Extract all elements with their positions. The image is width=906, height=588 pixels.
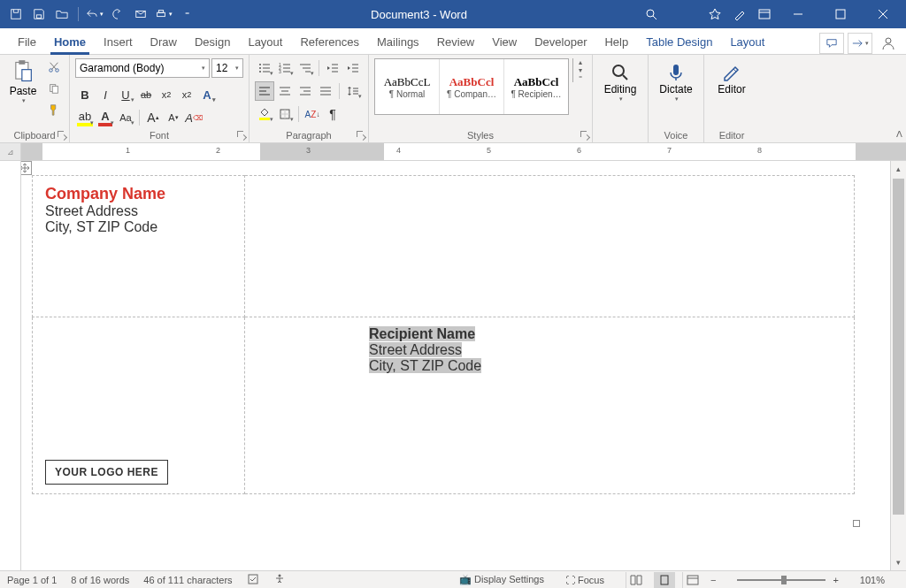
- zoom-out-button[interactable]: −: [710, 575, 716, 585]
- format-painter-icon[interactable]: [44, 101, 64, 118]
- styles-launcher-icon[interactable]: [580, 131, 589, 140]
- tab-table-design[interactable]: Table Design: [637, 30, 721, 54]
- web-layout-icon[interactable]: [682, 572, 703, 588]
- zoom-slider[interactable]: [737, 579, 825, 581]
- recipient-cell[interactable]: Recipient Name Street Address City, ST Z…: [245, 317, 855, 494]
- status-proofing-icon[interactable]: [247, 573, 259, 587]
- horizontal-ruler[interactable]: 1 2 3 4 5 6 7 8: [21, 143, 906, 160]
- status-words[interactable]: 8 of 16 words: [71, 575, 129, 585]
- tab-layout[interactable]: Layout: [239, 30, 291, 54]
- logo-placeholder[interactable]: YOUR LOGO HERE: [45, 460, 168, 485]
- paste-button[interactable]: Paste ▾: [5, 58, 41, 104]
- clipboard-launcher-icon[interactable]: [58, 131, 66, 140]
- scroll-thumb[interactable]: [893, 179, 904, 515]
- font-color-icon[interactable]: A: [96, 108, 115, 127]
- clear-format-icon[interactable]: A⌫: [184, 108, 203, 127]
- gallery-up-icon[interactable]: ▴: [573, 58, 587, 66]
- display-settings-button[interactable]: 📺 Display Settings: [459, 574, 544, 585]
- logo-cell[interactable]: YOUR LOGO HERE: [33, 317, 245, 494]
- sender-street[interactable]: Street Address: [45, 203, 232, 219]
- font-size-selector[interactable]: 12▾: [211, 58, 243, 78]
- italic-button[interactable]: I: [96, 85, 115, 104]
- status-page[interactable]: Page 1 of 1: [7, 575, 57, 585]
- style-normal[interactable]: AaBbCcL ¶ Normal: [375, 59, 440, 114]
- tab-insert[interactable]: Insert: [95, 30, 142, 54]
- save-icon[interactable]: [28, 4, 50, 25]
- minimize-button[interactable]: [779, 0, 818, 28]
- borders-icon[interactable]: [275, 104, 295, 124]
- style-company[interactable]: AaBbCcl ¶ Compan…: [440, 59, 504, 114]
- shading-icon[interactable]: [255, 104, 274, 124]
- redo-icon[interactable]: [107, 4, 128, 25]
- tab-help[interactable]: Help: [595, 30, 637, 54]
- tab-references[interactable]: References: [291, 30, 367, 54]
- tab-mailings[interactable]: Mailings: [368, 30, 428, 54]
- text-effects-icon[interactable]: A: [197, 85, 217, 104]
- sort-icon[interactable]: AZ↓: [303, 104, 322, 124]
- editing-button[interactable]: Editing▾: [598, 58, 642, 106]
- document-scroll[interactable]: Company Name Street Address City, ST ZIP…: [21, 161, 890, 570]
- font-name-selector[interactable]: Garamond (Body)▾: [75, 58, 210, 78]
- show-marks-icon[interactable]: ¶: [323, 104, 342, 124]
- tab-review[interactable]: Review: [428, 30, 484, 54]
- indent-icon[interactable]: [343, 58, 363, 78]
- bold-button[interactable]: B: [75, 85, 95, 104]
- quickprint-icon[interactable]: ▾: [153, 4, 174, 25]
- recipient-city[interactable]: City, ST ZIP Code: [369, 358, 481, 373]
- document-table[interactable]: Company Name Street Address City, ST ZIP…: [32, 175, 855, 494]
- dictate-button[interactable]: Dictate▾: [654, 58, 698, 106]
- sender-city[interactable]: City, ST ZIP Code: [45, 219, 232, 235]
- table-resize-handle-icon[interactable]: [853, 520, 860, 527]
- account-icon[interactable]: [876, 33, 901, 54]
- cut-icon[interactable]: [44, 58, 64, 76]
- recipient-name[interactable]: Recipient Name: [369, 326, 475, 341]
- sender-cell[interactable]: Company Name Street Address City, ST ZIP…: [33, 176, 245, 317]
- autosave-icon[interactable]: [5, 4, 27, 25]
- multilevel-icon[interactable]: [296, 58, 315, 78]
- tab-table-layout[interactable]: Layout: [721, 30, 773, 54]
- scroll-up-icon[interactable]: ▴: [891, 161, 906, 177]
- undo-icon[interactable]: ▾: [84, 4, 105, 25]
- copy-icon[interactable]: [44, 80, 64, 97]
- comments-button[interactable]: [819, 33, 844, 54]
- maximize-button[interactable]: [821, 0, 860, 28]
- shrink-font-icon[interactable]: A▾: [164, 108, 183, 127]
- outdent-icon[interactable]: [323, 58, 342, 78]
- coming-soon-icon[interactable]: [729, 4, 750, 25]
- superscript-button[interactable]: x2: [177, 85, 196, 104]
- search-icon[interactable]: [641, 4, 662, 25]
- open-icon[interactable]: [51, 4, 73, 25]
- ribbon-display-icon[interactable]: [754, 4, 775, 25]
- print-layout-icon[interactable]: [654, 572, 675, 588]
- tab-design[interactable]: Design: [186, 30, 239, 54]
- close-button[interactable]: [864, 0, 902, 28]
- numbering-icon[interactable]: 123: [275, 58, 295, 78]
- styles-gallery[interactable]: AaBbCcL ¶ Normal AaBbCcl ¶ Compan… AaBbC…: [374, 58, 569, 115]
- vertical-scrollbar[interactable]: ▴ ▾: [890, 161, 906, 570]
- page[interactable]: Company Name Street Address City, ST ZIP…: [32, 175, 881, 494]
- zoom-level[interactable]: 101%: [860, 575, 885, 585]
- gallery-down-icon[interactable]: ▾: [573, 66, 587, 74]
- scroll-down-icon[interactable]: ▾: [891, 554, 906, 570]
- ruler-corner[interactable]: ⊿: [0, 143, 21, 160]
- align-right-icon[interactable]: [296, 81, 315, 101]
- company-name[interactable]: Company Name: [45, 185, 232, 203]
- vertical-ruler[interactable]: [0, 161, 21, 570]
- empty-cell-tr[interactable]: [245, 176, 855, 317]
- grow-font-icon[interactable]: A▴: [143, 108, 163, 127]
- subscript-button[interactable]: x2: [157, 85, 176, 104]
- styles-gallery-scroll[interactable]: ▴ ▾ ⁼: [572, 58, 587, 82]
- premium-icon[interactable]: [704, 4, 726, 25]
- share-button[interactable]: ▾: [848, 33, 872, 54]
- tab-draw[interactable]: Draw: [142, 30, 186, 54]
- strike-button[interactable]: ab: [136, 85, 156, 104]
- recipient-street[interactable]: Street Address: [369, 342, 462, 357]
- email-icon[interactable]: [130, 4, 151, 25]
- status-chars[interactable]: 46 of 111 characters: [143, 575, 232, 585]
- justify-icon[interactable]: [316, 81, 335, 101]
- tab-home[interactable]: Home: [45, 30, 95, 54]
- line-spacing-icon[interactable]: [343, 81, 363, 101]
- focus-button[interactable]: ⛶ Focus: [565, 575, 604, 585]
- read-mode-icon[interactable]: [626, 572, 647, 588]
- highlight-icon[interactable]: ab: [75, 108, 95, 127]
